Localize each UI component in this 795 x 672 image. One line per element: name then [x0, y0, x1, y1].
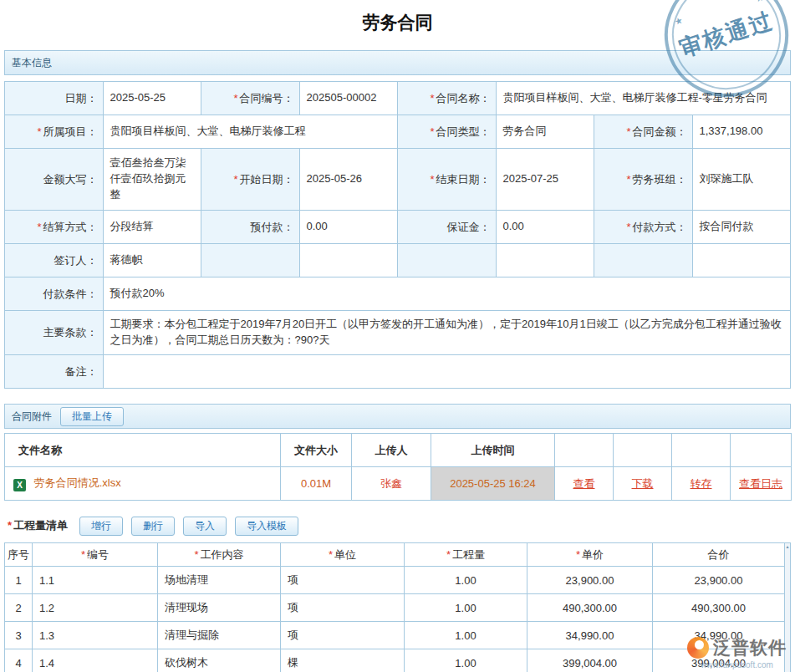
required-mark: *	[233, 173, 237, 186]
basic-info-section: 基本信息 日期： 2025-05-25 *合同编号： 202505-00002 …	[4, 50, 791, 389]
scroll-up-icon[interactable]: ▲	[786, 544, 790, 549]
empty-label-cell	[398, 244, 497, 277]
basic-info-table: 日期： 2025-05-25 *合同编号： 202505-00002 *合同名称…	[4, 81, 791, 389]
boq-row: 2 1.2 清理现场 项 1.00 490,300.00 490,300.00	[5, 594, 785, 622]
value-payment-method: 按合同付款	[692, 211, 791, 244]
cell-content: 砍伐树木	[158, 649, 281, 672]
required-mark: *	[446, 548, 451, 561]
cell-total: 23,900.00	[653, 567, 785, 594]
cell-seq: 1	[5, 567, 33, 594]
required-mark: *	[37, 125, 41, 138]
empty-value-cell	[692, 244, 791, 277]
view-log-link[interactable]: 查看日志	[739, 477, 782, 490]
required-mark: *	[430, 173, 434, 186]
empty-value-cell	[299, 244, 398, 277]
required-mark: *	[233, 92, 237, 104]
value-payment-terms: 预付款20%	[103, 277, 791, 311]
col-header-seq: 序号	[5, 543, 33, 567]
value-contract-amount: 1,337,198.00	[692, 115, 791, 149]
attachment-row: X 劳务合同情况.xlsx 0.01M 张鑫 2025-05-25 16:24 …	[5, 467, 792, 501]
batch-upload-button[interactable]: 批量上传	[60, 407, 124, 426]
value-advance-payment: 0.00	[299, 211, 398, 244]
attachments-section: 合同附件 批量上传 文件名称 文件大小 上传人 上传时间 X 劳务合同情况.xl…	[4, 404, 791, 501]
page-title: 劳务合同	[0, 0, 795, 43]
cell-price: 23,900.00	[527, 567, 653, 594]
cell-price: 490,300.00	[527, 594, 653, 622]
col-header-action	[672, 434, 731, 467]
value-main-terms: 工期要求：本分包工程定于2019年7月20日开工（以甲方签发的开工通知为准），定…	[103, 311, 791, 355]
value-project: 贵阳项目样板间、大堂、电梯厅装修工程	[103, 115, 398, 149]
required-mark: *	[626, 173, 630, 186]
cell-content: 清理与掘除	[158, 622, 281, 649]
col-header-file-name: 文件名称	[5, 434, 281, 467]
label-labor-team: *劳务班组：	[594, 149, 693, 211]
required-mark: *	[329, 548, 333, 561]
col-header-quantity: *工程量	[405, 543, 527, 567]
required-mark: *	[81, 548, 85, 561]
cell-unit: 项	[281, 594, 405, 622]
transfer-link[interactable]: 转存	[691, 477, 712, 490]
action-cell: 查看	[555, 467, 614, 501]
cell-seq: 4	[5, 649, 33, 672]
label-start-date: *开始日期：	[201, 149, 300, 211]
import-template-button[interactable]: 导入模板	[235, 517, 298, 536]
boq-table-wrap: 序号 *编号 *工作内容 *单位 *工程量 *单价 合价 1 1.1 场地清理 …	[4, 542, 791, 672]
basic-info-section-title: 基本信息	[12, 56, 52, 70]
cell-price: 399,004.00	[527, 649, 653, 672]
value-contract-no: 202505-00002	[299, 82, 398, 115]
cell-quantity: 1.00	[405, 649, 527, 672]
value-signer: 蒋德帜	[103, 244, 201, 277]
cell-code: 1.2	[33, 594, 158, 622]
cell-total: 490,300.00	[653, 594, 785, 622]
required-mark: *	[8, 519, 12, 532]
label-end-date: *结束日期：	[398, 149, 497, 211]
cell-code: 1.4	[33, 649, 158, 672]
value-start-date: 2025-05-26	[299, 149, 398, 211]
value-end-date: 2025-07-25	[496, 149, 594, 211]
action-cell: 转存	[672, 467, 731, 501]
col-header-action	[614, 434, 672, 467]
cell-quantity: 1.00	[405, 567, 527, 594]
value-contract-type: 劳务合同	[496, 115, 594, 149]
value-deposit: 0.00	[496, 211, 594, 244]
label-main-terms: 主要条款：	[5, 311, 104, 355]
add-row-button[interactable]: 增行	[79, 517, 123, 536]
label-project: *所属项目：	[5, 115, 104, 149]
attachments-table: 文件名称 文件大小 上传人 上传时间 X 劳务合同情况.xlsx 0.01M 张…	[4, 433, 792, 501]
cell-quantity: 1.00	[405, 594, 527, 622]
col-header-code: *编号	[33, 543, 158, 567]
required-mark: *	[194, 548, 198, 561]
label-date: 日期：	[5, 82, 104, 115]
label-payment-method: *付款方式：	[594, 211, 693, 244]
download-link[interactable]: 下载	[632, 477, 654, 490]
excel-icon: X	[13, 479, 26, 491]
logo-icon	[687, 637, 709, 659]
required-mark: *	[626, 221, 630, 233]
cell-unit: 项	[281, 567, 405, 594]
attachment-uploader: 张鑫	[352, 467, 431, 501]
view-link[interactable]: 查看	[573, 477, 595, 490]
logo-name: 泛普软件	[713, 636, 787, 659]
col-header-action	[555, 434, 614, 467]
value-date: 2025-05-25	[103, 82, 201, 115]
attachment-file-cell: X 劳务合同情况.xlsx	[5, 467, 281, 501]
boq-section: *工程量清单 增行 删行 导入 导入模板 序号 *编号 *工作内容 *单位 *工…	[4, 513, 791, 672]
delete-row-button[interactable]: 删行	[131, 517, 175, 536]
cell-content: 场地清理	[158, 567, 281, 594]
required-mark: *	[430, 92, 434, 104]
attachment-upload-time: 2025-05-25 16:24	[431, 467, 555, 501]
boq-section-title: *工程量清单	[8, 518, 68, 533]
required-mark: *	[430, 125, 434, 138]
col-header-uploader: 上传人	[352, 434, 431, 467]
cell-quantity: 1.00	[405, 622, 527, 649]
label-payment-terms: 付款条件：	[5, 277, 104, 311]
cell-code: 1.1	[33, 567, 158, 594]
attachment-file-name[interactable]: 劳务合同情况.xlsx	[34, 476, 121, 489]
col-header-action	[731, 434, 792, 467]
action-cell: 下载	[614, 467, 672, 501]
empty-value-cell	[496, 244, 594, 277]
attachments-section-header: 合同附件 批量上传	[4, 404, 791, 429]
cell-code: 1.3	[33, 622, 158, 649]
boq-section-header: *工程量清单 增行 删行 导入 导入模板	[4, 513, 791, 538]
import-button[interactable]: 导入	[183, 517, 227, 536]
